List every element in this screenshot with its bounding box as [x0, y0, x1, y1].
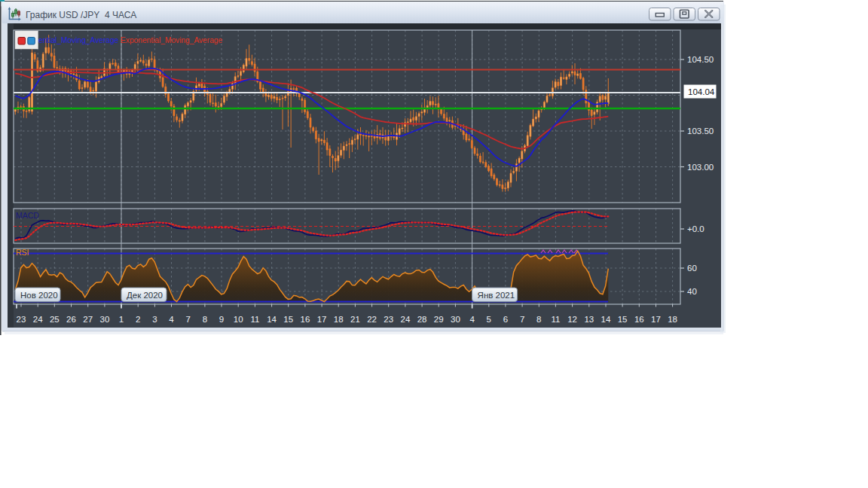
svg-text:24: 24	[33, 315, 43, 324]
svg-text:1: 1	[119, 315, 124, 324]
svg-text:30: 30	[451, 315, 460, 324]
svg-text:7: 7	[185, 315, 190, 324]
svg-text:11: 11	[551, 315, 560, 324]
svg-text:104.50: 104.50	[687, 55, 714, 64]
svg-text:18: 18	[668, 315, 677, 324]
svg-text:23: 23	[17, 315, 26, 324]
svg-text:9: 9	[219, 315, 224, 324]
svg-text:ential_Moving_Average: ential_Moving_Average	[38, 36, 119, 44]
svg-text:21: 21	[350, 315, 360, 324]
svg-text:4: 4	[469, 315, 475, 324]
svg-text:14: 14	[601, 315, 611, 324]
svg-text:3: 3	[152, 315, 157, 324]
svg-text:8: 8	[536, 315, 541, 324]
svg-text:26: 26	[66, 315, 76, 324]
svg-text:6: 6	[503, 315, 508, 324]
svg-text:14: 14	[267, 315, 277, 324]
svg-text:30: 30	[100, 315, 110, 324]
svg-text:17: 17	[651, 315, 661, 324]
svg-text:4: 4	[169, 315, 174, 324]
svg-text:103.00: 103.00	[687, 163, 714, 172]
svg-text:7: 7	[520, 315, 524, 324]
svg-text:График USD /JPY 4 ЧАСА: График USD /JPY 4 ЧАСА	[26, 10, 136, 20]
svg-text:104.04: 104.04	[688, 87, 715, 96]
svg-text:25: 25	[50, 315, 60, 324]
svg-text:+0.0: +0.0	[687, 224, 704, 233]
svg-text:15: 15	[283, 315, 293, 324]
svg-text:12: 12	[567, 315, 577, 324]
svg-text:17: 17	[317, 315, 327, 324]
svg-text:Exponential_Moving_Average: Exponential_Moving_Average	[121, 36, 223, 44]
svg-text:11: 11	[250, 315, 259, 324]
svg-text:MACD: MACD	[16, 211, 39, 220]
svg-text:28: 28	[417, 315, 427, 324]
svg-text:103.50: 103.50	[687, 127, 714, 136]
svg-text:60: 60	[687, 264, 697, 273]
svg-text:13: 13	[584, 315, 594, 324]
svg-text:2: 2	[136, 315, 140, 324]
svg-text:Нов 2020: Нов 2020	[20, 291, 58, 300]
svg-text:15: 15	[618, 315, 628, 324]
svg-text:16: 16	[634, 315, 644, 324]
svg-text:24: 24	[401, 315, 411, 324]
svg-text:29: 29	[434, 315, 444, 324]
svg-text:RSI: RSI	[16, 248, 29, 257]
svg-text:27: 27	[83, 315, 93, 324]
svg-text:Янв 2021: Янв 2021	[478, 291, 515, 300]
svg-text:Дек 2020: Дек 2020	[127, 291, 163, 300]
svg-text:10: 10	[234, 315, 243, 324]
svg-text:5: 5	[487, 315, 491, 324]
svg-text:16: 16	[301, 315, 310, 324]
svg-text:18: 18	[334, 315, 344, 324]
svg-text:8: 8	[203, 315, 207, 324]
svg-text:23: 23	[384, 315, 393, 324]
svg-text:22: 22	[367, 315, 377, 324]
svg-text:40: 40	[687, 287, 697, 296]
